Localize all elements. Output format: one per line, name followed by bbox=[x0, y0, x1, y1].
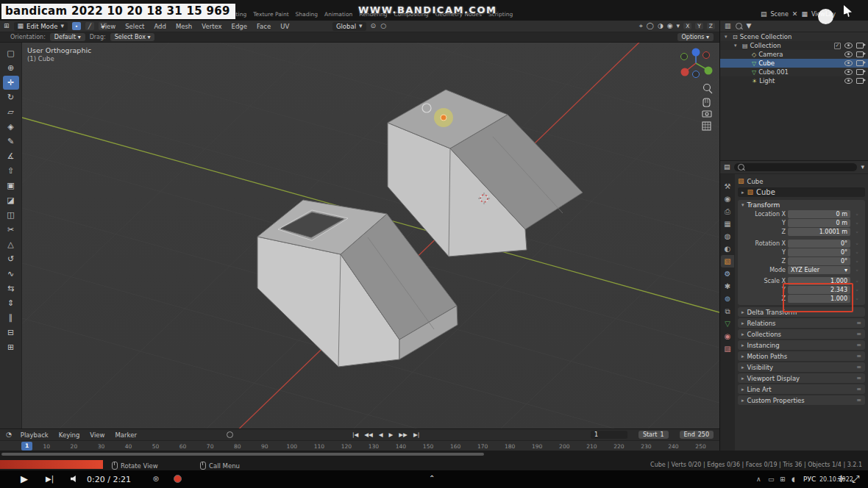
menu-vertex[interactable]: Vertex bbox=[200, 23, 223, 30]
camera-toggle-icon[interactable] bbox=[856, 51, 864, 57]
camera-toggle-icon[interactable] bbox=[856, 43, 864, 49]
outliner-editor-icon[interactable]: ▥ bbox=[725, 23, 731, 29]
gizmo-z-axis[interactable] bbox=[692, 49, 700, 57]
section-menu-icon[interactable]: ≡ bbox=[856, 342, 861, 348]
timeline-menu-marker[interactable]: Marker bbox=[114, 431, 138, 439]
timeline-menu-view[interactable]: View bbox=[88, 431, 106, 439]
clock-date[interactable]: 20.10.2022 bbox=[819, 476, 853, 483]
rotation-z-field[interactable]: 0° bbox=[788, 257, 850, 265]
properties-tab-particles[interactable]: ✱ bbox=[721, 280, 734, 293]
transport-next-keyframe[interactable]: ▶▶ bbox=[397, 431, 409, 438]
tool-rip-region[interactable]: ⊟ bbox=[3, 326, 19, 340]
tool-scale[interactable]: ▱ bbox=[3, 105, 19, 119]
tool-smooth[interactable]: ∿ bbox=[3, 267, 19, 281]
animate-decorator-icon[interactable]: ◦ bbox=[853, 212, 861, 218]
properties-tab-constraints[interactable]: ⧉ bbox=[721, 305, 734, 317]
viewport-shading-icon[interactable]: ◉ bbox=[667, 23, 673, 29]
animate-decorator-icon[interactable]: ◦ bbox=[853, 287, 861, 293]
auto-keying-icon[interactable] bbox=[227, 431, 233, 438]
section-collections[interactable]: ▸Collections≡ bbox=[738, 329, 865, 339]
mirror-z-toggle[interactable]: Z bbox=[707, 23, 715, 29]
section-menu-icon[interactable]: ≡ bbox=[856, 353, 861, 359]
eye-icon[interactable] bbox=[844, 51, 853, 57]
tool-bevel[interactable]: ◪ bbox=[3, 193, 19, 207]
properties-tab-modifiers[interactable]: ⚙ bbox=[721, 268, 734, 280]
draw-tool-icon[interactable]: ✛ bbox=[837, 473, 845, 484]
properties-tab-material[interactable]: ◉ bbox=[721, 330, 734, 342]
workspace-tab-shading[interactable]: Shading bbox=[296, 11, 318, 18]
workspace-tab-animation[interactable]: Animation bbox=[324, 11, 352, 18]
orientation-setting-value[interactable]: Default ▾ bbox=[50, 33, 85, 41]
gizmo-x-neg[interactable] bbox=[703, 52, 710, 59]
tool-tweak-select[interactable]: ▢ bbox=[3, 46, 19, 60]
horizontal-scrollbar[interactable] bbox=[1, 453, 484, 456]
menu-add[interactable]: Add bbox=[152, 23, 167, 30]
camera-toggle-icon[interactable] bbox=[856, 60, 864, 66]
tool-rotate[interactable]: ↻ bbox=[3, 90, 19, 104]
section-visibility[interactable]: ▸Visibility≡ bbox=[738, 362, 865, 372]
animate-decorator-icon[interactable]: ◦ bbox=[853, 220, 861, 226]
filter-icon[interactable]: ▾ bbox=[861, 164, 864, 171]
timeline-menu-playback[interactable]: Playback bbox=[19, 431, 50, 439]
animate-decorator-icon[interactable]: ◦ bbox=[853, 250, 861, 256]
overlays-icon[interactable]: ◯ bbox=[647, 23, 654, 29]
viewport-3d[interactable]: User Orthographic (1) Cube bbox=[22, 43, 719, 428]
tool-shear[interactable]: ∥ bbox=[3, 311, 19, 325]
properties-tab-physics[interactable]: ⊚ bbox=[721, 293, 734, 305]
section-menu-icon[interactable]: ≡ bbox=[856, 320, 861, 326]
properties-tab-object[interactable]: ▧ bbox=[721, 255, 734, 268]
camera-toggle-icon[interactable] bbox=[856, 78, 864, 84]
outliner-item-cube[interactable]: ▽Cube bbox=[720, 59, 868, 68]
animate-decorator-icon[interactable]: ◦ bbox=[853, 279, 861, 284]
properties-tab-output[interactable]: ⎙ bbox=[721, 205, 734, 218]
timeline-editor-icon[interactable]: ◔ bbox=[6, 431, 12, 438]
outliner-item-collection[interactable]: ▾▤Collection✓ bbox=[720, 41, 868, 50]
scale-x-field[interactable]: 1.000 bbox=[788, 277, 850, 285]
transport-play-reverse[interactable]: ◀ bbox=[377, 431, 385, 438]
tool-extrude-region[interactable]: ⇧ bbox=[3, 164, 19, 178]
tool-measure[interactable]: ∡ bbox=[3, 149, 19, 163]
orientation-dropdown[interactable]: Global ▾ bbox=[332, 22, 366, 31]
vertex-select-button[interactable]: ∙ bbox=[72, 22, 81, 30]
properties-tab-object-data[interactable]: ▽ bbox=[721, 317, 734, 330]
section-menu-icon[interactable]: ≡ bbox=[856, 375, 861, 381]
gizmo-y-neg[interactable] bbox=[681, 54, 688, 60]
properties-tab-tool[interactable]: ⚒ bbox=[721, 180, 734, 193]
tool-knife[interactable]: ✂ bbox=[3, 223, 19, 237]
navigation-gizmo[interactable] bbox=[681, 49, 713, 78]
menu-select[interactable]: Select bbox=[124, 23, 146, 30]
rotation-mode-dropdown[interactable]: XYZ Euler▾ bbox=[788, 266, 850, 274]
disclosure-icon[interactable]: ▾ bbox=[725, 34, 730, 40]
animate-decorator-icon[interactable]: ◦ bbox=[853, 296, 861, 302]
display-icon[interactable]: ▭ bbox=[768, 476, 775, 483]
properties-tab-world[interactable]: ◐ bbox=[721, 243, 734, 255]
hidden-icons-chevron[interactable]: ∧ bbox=[756, 476, 761, 483]
properties-tab-scene[interactable]: ◍ bbox=[721, 230, 734, 243]
animate-decorator-icon[interactable]: ◦ bbox=[853, 241, 861, 247]
scene-selector[interactable]: Scene bbox=[770, 11, 788, 18]
current-frame-field[interactable]: 1 bbox=[591, 431, 627, 439]
section-instancing[interactable]: ▸Instancing≡ bbox=[738, 340, 865, 350]
section-line-art[interactable]: ▸Line Art≡ bbox=[738, 384, 865, 394]
properties-tab-render[interactable]: ◉ bbox=[721, 193, 734, 205]
tool-spin[interactable]: ↺ bbox=[3, 252, 19, 266]
next-button[interactable]: ▶| bbox=[46, 475, 54, 483]
mode-dropdown[interactable]: ▦ Edit Mode ▾ bbox=[14, 22, 68, 31]
gizmo-x-axis[interactable] bbox=[681, 68, 689, 76]
xray-icon[interactable]: ◑ bbox=[658, 23, 664, 29]
menu-uv[interactable]: UV bbox=[279, 23, 291, 30]
section-custom-properties[interactable]: ▸Custom Properties≡ bbox=[738, 395, 865, 405]
tool-move[interactable]: ✛ bbox=[3, 76, 19, 90]
eye-icon[interactable] bbox=[844, 43, 853, 49]
frame-end-field[interactable]: End250 bbox=[680, 431, 714, 439]
eye-icon[interactable] bbox=[844, 78, 853, 84]
volume-icon[interactable] bbox=[71, 475, 79, 483]
fullscreen-icon[interactable]: ⤢ bbox=[852, 473, 859, 485]
animate-decorator-icon[interactable]: ◦ bbox=[853, 229, 861, 235]
section-menu-icon[interactable]: ≡ bbox=[856, 364, 861, 370]
workspace-tab-texture-paint[interactable]: Texture Paint bbox=[253, 11, 288, 18]
properties-tab-texture[interactable]: ▨ bbox=[721, 342, 734, 355]
transport-prev-keyframe[interactable]: ◀◀ bbox=[363, 431, 374, 438]
tool-edge-slide[interactable]: ⇆ bbox=[3, 281, 19, 295]
edge-select-button[interactable]: ╱ bbox=[85, 22, 94, 30]
